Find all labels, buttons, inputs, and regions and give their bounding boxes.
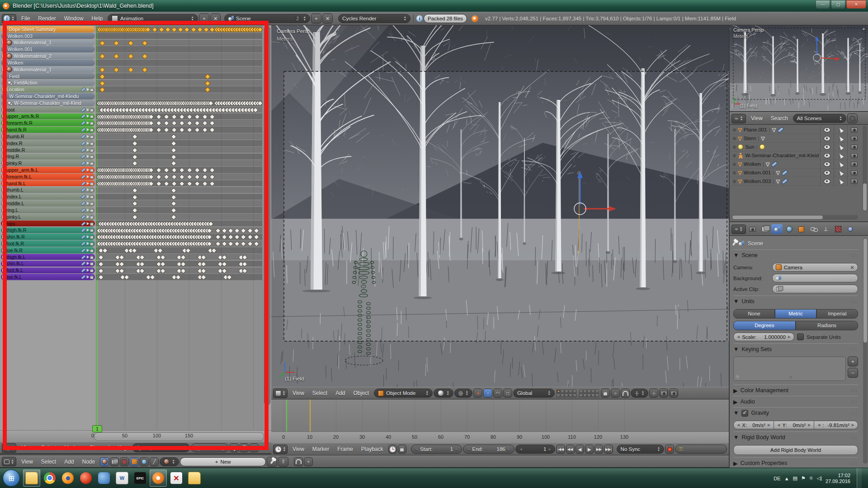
modifier-icon[interactable]: [81, 261, 86, 266]
add-keying-set-button[interactable]: +: [848, 357, 858, 366]
menu-help[interactable]: Help: [87, 15, 107, 22]
mute-icon[interactable]: [87, 188, 90, 191]
outliner-item-stern[interactable]: ⊕▽Stern|▽: [731, 134, 861, 143]
dopesheet-channel-wolken-003[interactable]: ▽Wolken.003: [1, 33, 95, 39]
lock-icon[interactable]: [90, 108, 94, 112]
timeline-tracks[interactable]: [271, 399, 729, 432]
parent-node-tree-button[interactable]: ⇧: [278, 457, 288, 467]
mute-icon[interactable]: [87, 182, 90, 184]
mute-icon[interactable]: [87, 175, 90, 178]
renderability-camera-icon[interactable]: [851, 145, 858, 150]
visibility-eye-icon[interactable]: [824, 162, 830, 167]
lock-icon[interactable]: [90, 89, 94, 92]
background-set-selector[interactable]: [772, 274, 858, 282]
maximize-button[interactable]: ▢: [831, 0, 845, 9]
separate-units-checkbox[interactable]: [797, 333, 804, 340]
frame-start-field[interactable]: ◀Start: 1▶: [411, 445, 462, 454]
expander-icon[interactable]: [2, 54, 5, 58]
add-scene-button[interactable]: +: [311, 14, 321, 23]
menu-marker[interactable]: Marker: [308, 446, 333, 452]
dopesheet-channel-ring-r[interactable]: ring.R: [1, 154, 95, 160]
mute-icon[interactable]: [87, 262, 90, 265]
expand-icon[interactable]: ⊕: [732, 136, 736, 141]
editor-type-info-icon[interactable]: i▲▼: [2, 14, 16, 23]
dopesheet-channel-dope-sheet-summary[interactable]: Dope Sheet Summary: [1, 26, 95, 33]
outliner-item-wolken-001[interactable]: ⊕▽Wolken.001|▽: [731, 169, 861, 177]
timeline-current-frame-line[interactable]: [286, 399, 287, 432]
renderability-camera-icon[interactable]: [851, 162, 858, 167]
mute-icon[interactable]: [87, 202, 90, 205]
outliner-vertical-scrollbar[interactable]: [863, 126, 867, 211]
renderability-camera-icon[interactable]: [851, 127, 858, 132]
visibility-eye-icon[interactable]: [824, 170, 830, 175]
taskbar-app-word-document[interactable]: W: [113, 469, 131, 487]
play-reverse-button[interactable]: ◀: [576, 445, 584, 454]
selectability-cursor-icon[interactable]: [838, 127, 844, 133]
add-rigid-body-world-button[interactable]: Add Rigid Body World: [733, 445, 858, 455]
dopesheet-channel-wolkenmaterial-1[interactable]: Wolkenmaterial_1: [1, 40, 95, 46]
dopesheet-channel-middle-l[interactable]: middle.L: [1, 200, 95, 206]
snap-node-element-button[interactable]: ▿: [304, 457, 313, 466]
layers-grid-2[interactable]: [579, 389, 599, 397]
lock-icon[interactable]: [90, 256, 94, 259]
dopesheet-channel-root[interactable]: root: [1, 107, 95, 113]
modifier-icon[interactable]: [81, 248, 86, 253]
units-degrees-button[interactable]: Degrees: [733, 321, 796, 330]
menu-object[interactable]: Object: [349, 390, 373, 396]
visibility-eye-icon[interactable]: [824, 153, 830, 158]
renderability-camera-icon[interactable]: [851, 170, 858, 175]
modifier-icon[interactable]: [81, 228, 86, 233]
mute-icon[interactable]: [87, 229, 90, 231]
node-tree-texture-button[interactable]: [110, 457, 119, 466]
gravity-y-field[interactable]: ◀Y: 0m/s²▶: [774, 421, 814, 429]
editor-type-outliner-icon[interactable]: ≔▲▼: [731, 114, 746, 123]
expander-icon[interactable]: [2, 81, 6, 84]
lock-icon[interactable]: [90, 196, 94, 199]
selectability-cursor-icon[interactable]: [838, 178, 844, 185]
modifier-icon[interactable]: [81, 207, 86, 212]
modifier-icon[interactable]: [81, 221, 86, 226]
lock-icon[interactable]: [90, 142, 94, 145]
modifier-icon[interactable]: [81, 194, 86, 199]
mute-icon[interactable]: [87, 242, 90, 245]
expander-icon[interactable]: [2, 141, 5, 145]
proportional-edit-button[interactable]: ○: [611, 389, 620, 398]
camera-preview-viewport[interactable]: Camera Persp Meters (1) Field +: [730, 25, 868, 112]
dope-sheet-frame-ruler[interactable]: 1 050100150: [0, 430, 271, 442]
visibility-eye-icon[interactable]: [824, 179, 830, 184]
remove-keying-set-button[interactable]: −: [848, 368, 858, 378]
lock-icon[interactable]: [90, 269, 94, 272]
modifier-icon[interactable]: [81, 114, 86, 119]
dopesheet-channel-w-seminar-charakter-mit-kleid[interactable]: W-Seminar-Charakter_mit-Kleid: [1, 100, 95, 106]
menu-playback[interactable]: Playback: [357, 446, 387, 452]
manipulator-rotate-button[interactable]: ◠: [493, 389, 502, 398]
node-tree-compositing-button[interactable]: [120, 457, 129, 466]
mute-icon[interactable]: [87, 88, 90, 91]
modifier-icon[interactable]: [81, 181, 86, 186]
dopesheet-channel-fieldaction[interactable]: FieldAction: [1, 80, 95, 86]
manipulator-translate-button[interactable]: ↑: [483, 389, 492, 398]
delete-layout-button[interactable]: ✕: [210, 14, 221, 23]
renderability-camera-icon[interactable]: [851, 136, 858, 141]
menu-view[interactable]: View: [288, 390, 308, 396]
taskbar-app-media-app[interactable]: [95, 469, 113, 487]
mute-icon[interactable]: [87, 269, 90, 272]
scene-camera-selector[interactable]: Camera ✕: [772, 263, 858, 272]
panel-gravity-header[interactable]: ▼ Gravity∷∷: [733, 407, 858, 418]
selectability-cursor-icon[interactable]: [838, 144, 844, 150]
visibility-eye-icon[interactable]: [824, 127, 830, 132]
expander-icon[interactable]: [2, 202, 5, 205]
modifier-icon[interactable]: [81, 268, 86, 273]
lock-icon[interactable]: [90, 175, 94, 178]
lock-icon[interactable]: [90, 216, 94, 219]
screen-layout-selector[interactable]: Animation▲▼: [108, 14, 198, 23]
mute-icon[interactable]: [87, 255, 90, 258]
layers-grid-1[interactable]: [557, 389, 576, 397]
scene-selector[interactable]: Scene 2 ▲▼: [224, 14, 310, 23]
sync-dropdown[interactable]: No Sync▲▼: [617, 445, 665, 454]
current-frame-field[interactable]: ◀1▶: [515, 445, 556, 454]
expander-icon[interactable]: [2, 114, 5, 118]
viewport-shading-dropdown[interactable]: ▲▼: [434, 389, 453, 398]
taskbar-app-mixcraft[interactable]: ✕: [168, 469, 185, 487]
clear-camera-icon[interactable]: ✕: [850, 264, 854, 271]
